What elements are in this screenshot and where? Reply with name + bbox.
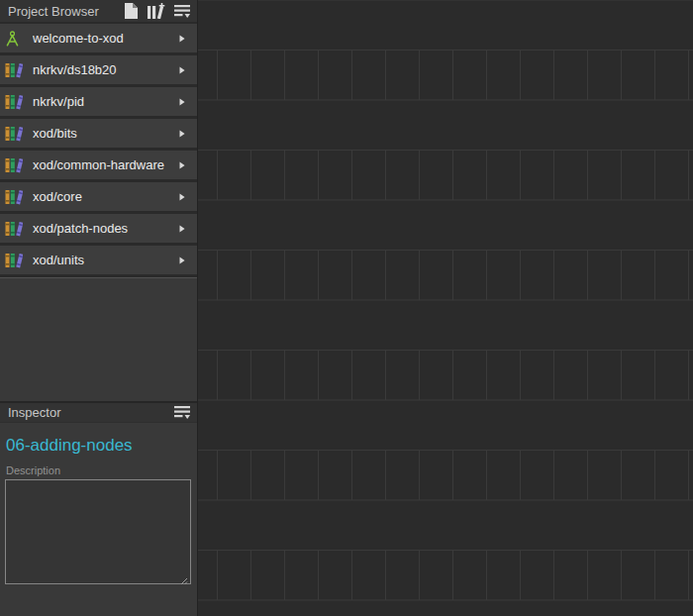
xod-ide-window: Project Browser [0, 0, 693, 616]
resize-handle-icon[interactable] [180, 571, 188, 579]
chevron-right-icon[interactable] [179, 225, 185, 233]
project-browser-item[interactable]: xod/bits [0, 119, 197, 148]
inspector-header: Inspector [0, 401, 197, 423]
project-browser-item[interactable]: welcome-to-xod [0, 24, 197, 52]
library-icon [5, 61, 28, 79]
chevron-right-icon[interactable] [179, 257, 185, 264]
project-browser-item[interactable]: nkrkv/ds18b20 [0, 55, 197, 84]
project-browser-title: Project Browser [8, 4, 116, 19]
panel-menu-icon[interactable] [174, 4, 190, 19]
xod-logo-icon [5, 31, 28, 47]
library-icon [5, 220, 28, 238]
library-icon [5, 188, 28, 206]
project-browser-item-label: xod/common-hardware [33, 157, 179, 172]
description-field-wrap [5, 479, 191, 584]
project-browser-item-label: xod/core [33, 189, 179, 204]
library-icon [5, 125, 28, 143]
chevron-right-icon[interactable] [179, 161, 185, 169]
add-library-icon[interactable] [147, 3, 165, 19]
project-browser-empty-area [0, 277, 197, 401]
library-icon [5, 252, 28, 269]
new-patch-icon[interactable] [125, 3, 138, 19]
inspector-body: 06-adding-nodes Description [0, 423, 197, 616]
chevron-right-icon[interactable] [179, 98, 185, 106]
project-browser-item-label: nkrkv/pid [33, 94, 179, 109]
project-browser-item-label: xod/bits [33, 126, 179, 141]
chevron-right-icon[interactable] [179, 130, 185, 138]
inspector-title: Inspector [8, 405, 165, 420]
panel-menu-icon[interactable] [174, 405, 190, 420]
project-browser-item[interactable]: xod/units [0, 246, 197, 274]
selected-patch-name: 06-adding-nodes [0, 423, 197, 456]
project-browser-item[interactable]: nkrkv/pid [0, 87, 197, 116]
project-browser-item[interactable]: xod/patch-nodes [0, 214, 197, 243]
library-icon [5, 156, 28, 174]
project-browser-item-label: nkrkv/ds18b20 [33, 62, 179, 77]
project-browser-item[interactable]: xod/common-hardware [0, 151, 197, 179]
library-icon [5, 93, 28, 111]
description-input[interactable] [5, 479, 191, 584]
patching-canvas[interactable] [198, 0, 693, 616]
project-browser-item-label: welcome-to-xod [33, 31, 179, 46]
project-browser-item-label: xod/patch-nodes [33, 221, 179, 236]
project-browser-item[interactable]: xod/core [0, 182, 197, 211]
sidebar: Project Browser [0, 0, 198, 616]
chevron-right-icon[interactable] [179, 35, 185, 43]
description-label: Description [0, 464, 197, 476]
project-browser-list: welcome-to-xod nkrkv/ds18b20 [0, 22, 197, 277]
project-browser-header: Project Browser [0, 0, 197, 22]
chevron-right-icon[interactable] [179, 66, 185, 74]
chevron-right-icon[interactable] [179, 193, 185, 201]
canvas-grid [198, 0, 693, 616]
project-browser-item-label: xod/units [33, 253, 179, 267]
